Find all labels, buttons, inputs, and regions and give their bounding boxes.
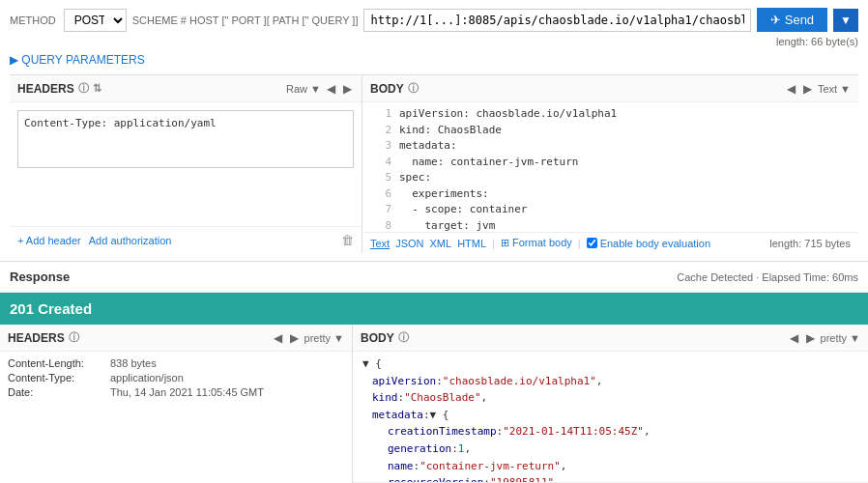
enable-eval-checkbox[interactable] — [587, 238, 597, 248]
resp-headers-info-icon: ⓘ — [69, 330, 79, 345]
elapsed-info: Cache Detected · Elapsed Time: 60ms — [677, 271, 858, 283]
resp-body-info-icon: ⓘ — [398, 330, 409, 345]
response-body-row: HEADERS ⓘ ◀ ▶ pretty ▼ Content-Length:83… — [0, 325, 868, 483]
json-line: metadata : ▼ { — [353, 407, 868, 424]
body-format-select[interactable]: Text ▼ — [818, 83, 851, 95]
resp-header-key: Date: — [8, 386, 104, 398]
method-select[interactable]: POST GET PUT DELETE — [64, 9, 127, 32]
scheme-label: SCHEME # HOST [" PORT ][ PATH [" QUERY ]… — [132, 14, 359, 26]
response-header-item: Content-Length:838 bytes — [8, 357, 344, 369]
resp-headers-nav-right[interactable]: ▶ — [288, 331, 301, 345]
response-headers-content: Content-Length:838 bytesContent-Type:app… — [0, 352, 352, 483]
body-line: 3metadata: — [362, 138, 858, 155]
request-section: METHOD POST GET PUT DELETE SCHEME # HOST… — [0, 0, 868, 262]
body-tab-xml[interactable]: XML — [430, 238, 452, 249]
content-type-value[interactable]: Content-Type: application/yaml — [17, 110, 354, 168]
url-input[interactable] — [363, 9, 750, 32]
response-body-title: BODY ⓘ — [361, 330, 409, 345]
body-line: 7 - scope: container — [362, 202, 858, 218]
headers-panel-controls: Raw ▼ ◀ ▶ — [286, 82, 354, 96]
format-body-btn[interactable]: ⊞ Format body — [501, 237, 572, 249]
request-headers-panel: HEADERS ⓘ ⇅ Raw ▼ ◀ ▶ Content-Type: appl… — [10, 75, 362, 253]
send-icon: ✈ — [770, 13, 781, 27]
body-line: 8 target: jvm — [362, 218, 858, 233]
request-body-footer: Text JSON XML HTML | ⊞ Format body | Ena… — [362, 232, 858, 253]
request-body-row: HEADERS ⓘ ⇅ Raw ▼ ◀ ▶ Content-Type: appl… — [10, 74, 858, 253]
length-info: length: 66 byte(s) — [10, 36, 858, 47]
headers-nav-left[interactable]: ◀ — [325, 82, 337, 96]
resp-header-val: 838 bytes — [110, 357, 157, 369]
body-tab-html[interactable]: HTML — [457, 238, 486, 249]
resp-header-key: Content-Length: — [8, 357, 104, 369]
request-body-panel: BODY ⓘ ◀ ▶ Text ▼ 1apiVersion: chaosblad… — [362, 75, 858, 253]
request-headers-content: Content-Type: application/yaml — [10, 102, 362, 226]
body-nav-right[interactable]: ▶ — [801, 82, 814, 96]
enable-eval-toggle[interactable]: Enable body evaluation — [587, 238, 710, 249]
add-header-button[interactable]: + Add header — [17, 235, 81, 246]
response-header-item: Content-Type:application/json — [8, 372, 344, 384]
json-line: creationTimestamp : "2021-01-14T11:05:45… — [353, 423, 868, 440]
request-headers-footer: + Add header Add authorization 🗑 — [10, 226, 362, 253]
resp-header-val: application/json — [110, 372, 184, 384]
body-line: 4 name: container-jvm-return — [362, 155, 858, 171]
response-headers-panel: HEADERS ⓘ ◀ ▶ pretty ▼ Content-Length:83… — [0, 325, 353, 483]
resp-header-key: Content-Type: — [8, 372, 104, 384]
status-text: 201 Created — [10, 300, 92, 317]
send-button[interactable]: ✈ Send — [757, 8, 827, 32]
status-bar: 201 Created — [0, 293, 868, 325]
resp-headers-panel-controls: ◀ ▶ pretty ▼ — [272, 331, 344, 345]
query-params-label: ▶ QUERY PARAMETERS — [10, 53, 145, 67]
trash-icon[interactable]: 🗑 — [341, 233, 354, 247]
json-line: kind : "ChaosBlade", — [353, 389, 868, 407]
resp-headers-format[interactable]: pretty ▼ — [304, 332, 344, 344]
body-nav-left[interactable]: ◀ — [785, 82, 797, 96]
request-body-content[interactable]: 1apiVersion: chaosblade.io/v1alpha12kind… — [362, 102, 858, 232]
method-url-row: METHOD POST GET PUT DELETE SCHEME # HOST… — [10, 8, 858, 32]
json-line: ▼ { — [353, 355, 868, 373]
body-line: 5spec: — [362, 170, 858, 186]
request-body-panel-header: BODY ⓘ ◀ ▶ Text ▼ — [362, 75, 858, 102]
response-body-panel: BODY ⓘ ◀ ▶ pretty ▼ ▼ {apiVersion : "cha… — [353, 325, 868, 483]
request-headers-title: HEADERS ⓘ ⇅ — [17, 81, 101, 96]
resp-body-format[interactable]: pretty ▼ — [821, 332, 860, 344]
add-auth-button[interactable]: Add authorization — [89, 235, 172, 246]
json-line: apiVersion : "chaosblade.io/v1alpha1", — [353, 373, 868, 390]
response-title: Response — [10, 270, 70, 284]
body-panel-controls: ◀ ▶ Text ▼ — [785, 82, 851, 96]
body-tab-json[interactable]: JSON — [395, 238, 423, 249]
resp-body-nav-right[interactable]: ▶ — [804, 331, 817, 345]
headers-format-select[interactable]: Raw ▼ — [286, 83, 321, 95]
body-tab-text[interactable]: Text — [370, 238, 390, 249]
body-line: 1apiVersion: chaosblade.io/v1alpha1 — [362, 106, 858, 123]
headers-info-icon: ⓘ — [78, 81, 89, 96]
body-line: 6 experiments: — [362, 186, 858, 203]
sep2: | — [578, 238, 581, 249]
json-line: resourceVersion : "19895811", — [353, 474, 868, 482]
response-headers-title: HEADERS ⓘ — [8, 330, 79, 345]
json-line: name : "container-jvm-return", — [353, 458, 868, 475]
sep1: | — [492, 238, 495, 249]
resp-body-panel-controls: ◀ ▶ pretty ▼ — [788, 331, 860, 345]
response-section: Response Cache Detected · Elapsed Time: … — [0, 262, 868, 483]
query-params-toggle[interactable]: ▶ QUERY PARAMETERS — [10, 51, 858, 69]
response-body-content[interactable]: ▼ {apiVersion : "chaosblade.io/v1alpha1"… — [353, 352, 868, 482]
send-dropdown-button[interactable]: ▼ — [833, 9, 858, 32]
body-format-tabs: Text JSON XML HTML | ⊞ Format body | Ena… — [370, 237, 710, 249]
response-body-panel-header: BODY ⓘ ◀ ▶ pretty ▼ — [353, 325, 868, 352]
request-headers-panel-header: HEADERS ⓘ ⇅ Raw ▼ ◀ ▶ — [10, 75, 362, 102]
body-info-icon: ⓘ — [408, 81, 419, 96]
json-line: generation : 1, — [353, 440, 868, 458]
headers-sort-icon: ⇅ — [93, 82, 101, 95]
body-line: 2kind: ChaosBlade — [362, 123, 858, 139]
resp-body-nav-left[interactable]: ◀ — [788, 331, 800, 345]
resp-headers-nav-left[interactable]: ◀ — [272, 331, 284, 345]
body-length-info: length: 715 bytes — [769, 238, 851, 249]
method-label: METHOD — [10, 14, 56, 26]
response-header-bar: Response Cache Detected · Elapsed Time: … — [0, 262, 868, 293]
resp-header-val: Thu, 14 Jan 2021 11:05:45 GMT — [110, 386, 264, 398]
request-body-title: BODY ⓘ — [370, 81, 419, 96]
response-header-item: Date:Thu, 14 Jan 2021 11:05:45 GMT — [8, 386, 344, 398]
response-headers-panel-header: HEADERS ⓘ ◀ ▶ pretty ▼ — [0, 325, 352, 352]
headers-nav-right[interactable]: ▶ — [341, 82, 354, 96]
